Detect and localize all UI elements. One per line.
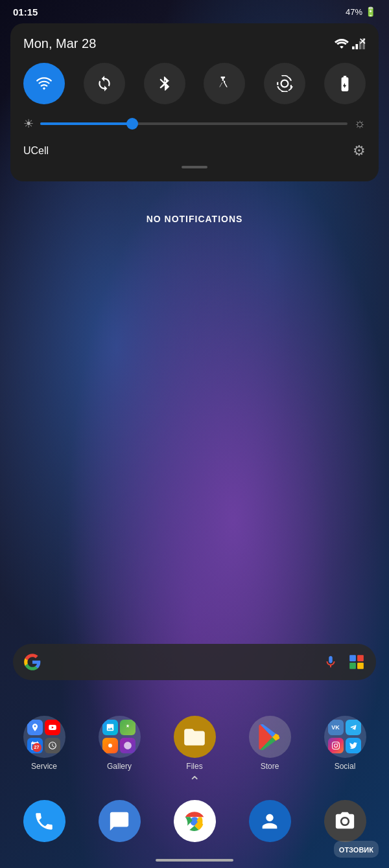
contacts-icon	[259, 810, 281, 832]
social-label: Social	[335, 762, 356, 771]
search-lens-button[interactable]	[348, 653, 366, 671]
dock-phone-button[interactable]	[23, 800, 65, 842]
app-item-store[interactable]: Store	[241, 716, 299, 771]
dock-camera-button[interactable]	[324, 800, 366, 842]
brightness-thumb	[126, 118, 138, 130]
vk-mini-icon: VK	[328, 720, 344, 735]
rotate-icon	[276, 75, 293, 92]
svg-rect-9	[357, 663, 364, 669]
toggle-battery-saver[interactable]	[324, 63, 366, 104]
qs-toggles	[23, 63, 366, 104]
app-item-gallery[interactable]: Gallery	[90, 716, 148, 771]
files-label: Files	[186, 762, 202, 771]
messages-icon	[108, 810, 130, 832]
wifi-icon	[36, 75, 53, 92]
telegram-mini-icon	[346, 720, 361, 735]
svg-rect-0	[352, 46, 355, 49]
battery-text: 47%	[346, 7, 362, 17]
service-label: Service	[31, 762, 57, 771]
social-folder-icon: VK	[324, 716, 366, 758]
watermark: ОТЗОВИК	[334, 841, 379, 858]
maps-mini-icon	[27, 720, 43, 735]
gallery1-mini	[102, 720, 118, 735]
files-icon	[174, 716, 216, 758]
gallery3-mini	[102, 738, 118, 753]
toggle-sync[interactable]	[84, 63, 125, 104]
brightness-fill	[40, 122, 132, 125]
qs-bottom: UCell ⚙	[23, 143, 366, 159]
dock-chrome-button[interactable]	[174, 800, 216, 842]
gallery4-mini	[120, 738, 136, 753]
chevron-up-icon: ⌃	[189, 773, 200, 790]
wifi-status-icon	[335, 38, 349, 50]
app-item-files[interactable]: Files	[165, 716, 224, 771]
no-notifications-text: NO NOTIFICATIONS	[0, 214, 389, 224]
watermark-text: ОТЗОВИК	[339, 846, 373, 854]
instagram-mini-icon	[328, 738, 344, 753]
sync-icon	[96, 75, 113, 92]
youtube-mini-icon	[45, 720, 60, 735]
signal-status-icon	[351, 38, 366, 50]
store-label: Store	[261, 762, 279, 771]
status-icons: 47% 🔋	[346, 6, 376, 17]
drag-handle	[182, 166, 207, 168]
app-item-social[interactable]: VK Social	[316, 716, 374, 771]
gallery-folder-icon	[99, 716, 141, 758]
toggle-wifi[interactable]	[23, 63, 65, 104]
camera-icon	[334, 810, 356, 832]
battery-icon: 🔋	[365, 6, 376, 17]
svg-rect-8	[349, 663, 356, 669]
google-g-logo	[23, 653, 41, 671]
dock-contacts-button[interactable]	[249, 800, 291, 842]
service-folder-icon: 27	[23, 716, 65, 758]
svg-rect-7	[357, 655, 364, 661]
dock-messages-button[interactable]	[99, 800, 141, 842]
svg-rect-6	[349, 655, 356, 661]
brightness-low-icon: ☀	[23, 117, 34, 131]
search-mic-button[interactable]	[322, 653, 340, 671]
flashlight-icon	[216, 75, 233, 92]
play-store-icon	[257, 724, 283, 750]
gallery2-mini	[120, 720, 136, 735]
app-item-service[interactable]: 27 Service	[15, 716, 73, 771]
qs-status-icons	[335, 38, 366, 50]
lens-icon	[348, 654, 365, 670]
brightness-track[interactable]	[40, 122, 348, 125]
carrier-name: UCell	[23, 145, 49, 157]
search-bar[interactable]	[13, 644, 376, 680]
svg-point-12	[342, 818, 348, 824]
clock-mini-icon	[45, 738, 60, 753]
brightness-auto-icon: ☼	[354, 116, 366, 131]
quick-settings-panel: Mon, Mar 28	[10, 23, 379, 181]
calendar-mini-icon: 27	[27, 738, 43, 753]
toggle-rotate[interactable]	[264, 63, 305, 104]
dock	[6, 800, 383, 842]
mic-icon	[324, 655, 338, 669]
svg-point-10	[108, 744, 112, 748]
toggle-flashlight[interactable]	[204, 63, 245, 104]
status-time: 01:15	[13, 6, 38, 17]
toggle-bluetooth[interactable]	[144, 63, 185, 104]
app-drawer-handle[interactable]: ⌃	[0, 773, 389, 790]
battery-saver-icon	[336, 75, 353, 92]
brightness-row: ☀ ☼	[23, 116, 366, 131]
phone-icon	[33, 810, 55, 832]
qs-header: Mon, Mar 28	[23, 36, 366, 51]
qs-date: Mon, Mar 28	[23, 36, 96, 51]
app-grid: 27 Service	[0, 716, 389, 771]
home-bar	[156, 859, 233, 862]
gallery-label: Gallery	[107, 762, 132, 771]
settings-gear-icon[interactable]: ⚙	[353, 143, 366, 159]
svg-rect-1	[356, 44, 359, 49]
status-bar: 01:15 47% 🔋	[0, 0, 389, 23]
store-icon	[249, 716, 291, 758]
bluetooth-icon	[156, 75, 173, 92]
folder-icon	[182, 725, 207, 749]
chrome-icon	[182, 808, 207, 834]
twitter-mini-icon	[346, 738, 361, 753]
